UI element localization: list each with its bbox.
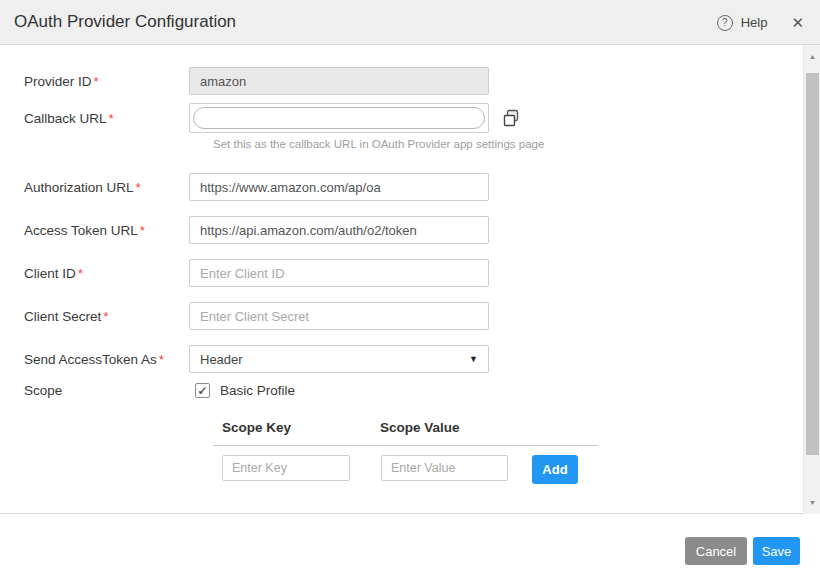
callback-url-row: Callback URL*: [0, 103, 521, 133]
scrollbar-thumb[interactable]: [806, 73, 819, 455]
dialog-footer: Cancel Save: [0, 514, 820, 583]
provider-id-row: Provider ID*: [0, 67, 489, 95]
provider-id-input: [189, 67, 489, 95]
client-id-row: Client ID*: [0, 259, 489, 287]
callback-url-label: Callback URL*: [0, 111, 189, 126]
client-secret-row: Client Secret*: [0, 302, 489, 330]
dialog-body: Provider ID* Callback URL* Set this as t…: [0, 45, 820, 514]
required-asterisk: *: [109, 111, 114, 126]
client-secret-input[interactable]: [189, 302, 489, 330]
checkmark-icon: ✓: [197, 384, 207, 398]
redacted-value: [193, 107, 485, 129]
scroll-up-icon[interactable]: ▲: [804, 48, 820, 65]
scope-value-input[interactable]: [381, 455, 508, 481]
scope-row: Scope ✓ Basic Profile: [0, 383, 295, 398]
scope-value-column-header: Scope Value: [380, 420, 460, 435]
send-access-token-as-label: Send AccessToken As*: [0, 352, 189, 367]
close-icon[interactable]: ✕: [791, 14, 804, 32]
required-asterisk: *: [140, 223, 145, 238]
table-header-divider: [213, 445, 598, 446]
required-asterisk: *: [103, 309, 108, 324]
send-access-token-as-row: Send AccessToken As* Header ▼: [0, 345, 489, 373]
provider-id-label: Provider ID*: [0, 74, 189, 89]
callback-url-helper-text: Set this as the callback URL in OAuth Pr…: [213, 138, 544, 150]
access-token-url-label: Access Token URL*: [0, 223, 189, 238]
authorization-url-input[interactable]: [189, 173, 489, 201]
copy-icon[interactable]: [501, 108, 521, 128]
cancel-button[interactable]: Cancel: [685, 537, 747, 565]
send-access-token-as-select[interactable]: Header ▼: [189, 345, 489, 373]
vertical-scrollbar[interactable]: ▲ ▼: [803, 45, 820, 514]
help-icon[interactable]: ?: [717, 15, 733, 31]
client-id-label: Client ID*: [0, 266, 189, 281]
required-asterisk: *: [159, 352, 164, 367]
dialog-title: OAuth Provider Configuration: [14, 12, 236, 32]
client-secret-label: Client Secret*: [0, 309, 189, 324]
add-scope-button[interactable]: Add: [532, 455, 578, 484]
selected-option: Header: [200, 352, 243, 367]
save-button[interactable]: Save: [753, 537, 800, 565]
scroll-down-icon[interactable]: ▼: [804, 494, 820, 511]
authorization-url-label: Authorization URL*: [0, 180, 189, 195]
scope-key-column-header: Scope Key: [222, 420, 291, 435]
basic-profile-checkbox-label: Basic Profile: [220, 383, 295, 398]
access-token-url-input[interactable]: [189, 216, 489, 244]
authorization-url-row: Authorization URL*: [0, 173, 489, 201]
required-asterisk: *: [136, 180, 141, 195]
scope-key-input[interactable]: [222, 455, 350, 481]
basic-profile-checkbox[interactable]: ✓: [195, 383, 210, 398]
required-asterisk: *: [78, 266, 83, 281]
chevron-down-icon: ▼: [469, 354, 478, 364]
header-actions: ? Help ✕: [717, 0, 804, 45]
help-link[interactable]: Help: [741, 15, 768, 30]
access-token-url-row: Access Token URL*: [0, 216, 489, 244]
client-id-input[interactable]: [189, 259, 489, 287]
dialog-header: OAuth Provider Configuration ? Help ✕: [0, 0, 820, 45]
required-asterisk: *: [94, 74, 99, 89]
scope-label: Scope: [0, 383, 189, 398]
callback-url-input[interactable]: [189, 103, 489, 133]
